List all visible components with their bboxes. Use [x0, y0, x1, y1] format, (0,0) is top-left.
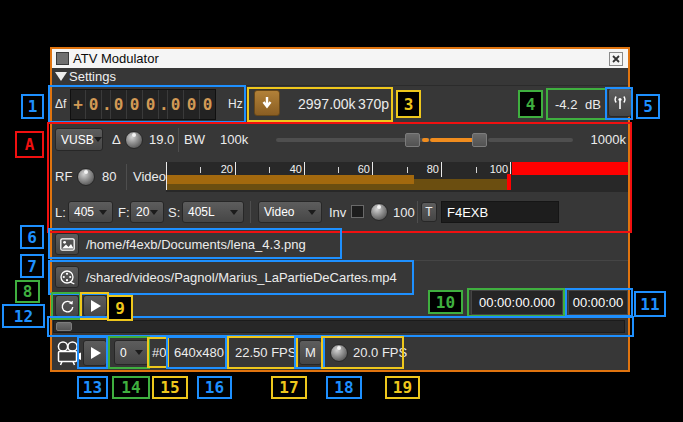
- input-source-value: Video: [264, 205, 294, 219]
- chevron-down-icon: [308, 210, 316, 215]
- modulation-row: VUSB Δ 19.0 BW 100k 1000k: [52, 124, 628, 158]
- callout-label-A: A: [15, 131, 44, 158]
- lines-label: L:: [55, 205, 66, 220]
- fps-label: F:: [118, 205, 130, 220]
- callout-label-15: 15: [152, 376, 188, 399]
- rf-power-dial[interactable]: [77, 168, 95, 186]
- loop-button[interactable]: [55, 295, 79, 317]
- frequency-sign[interactable]: +++: [71, 90, 86, 119]
- frequency-dial[interactable]: +++ 000 . 000 000 000 . 000 000 000: [70, 89, 216, 120]
- delta-dial[interactable]: [125, 131, 143, 149]
- frequency-separator: .: [102, 90, 111, 119]
- modulation-mode-select[interactable]: VUSB: [55, 128, 103, 151]
- video-path: /shared/videos/Pagnol/Marius_LaPartieDeC…: [86, 270, 397, 285]
- frequency-digit[interactable]: 000: [184, 90, 200, 119]
- fps-value: 20: [136, 205, 149, 219]
- transport-row: 00:00:00.000 00:00:00: [52, 290, 628, 317]
- chevron-down-icon: [135, 350, 143, 355]
- divider: [178, 128, 179, 152]
- loop-icon: [60, 299, 75, 314]
- callout-label-18: 18: [326, 376, 362, 399]
- play-video-button[interactable]: [83, 295, 107, 317]
- callout-label-6: 6: [20, 225, 44, 249]
- manual-fps-toggle-button[interactable]: M: [299, 340, 322, 365]
- seek-slider[interactable]: [53, 320, 625, 333]
- callout-label-19: 19: [385, 376, 420, 399]
- title-bar[interactable]: ATV Modulator: [52, 49, 628, 68]
- rf-label: RF: [55, 169, 72, 184]
- callout-label-13: 13: [77, 376, 108, 399]
- channel-downsample-button[interactable]: [254, 90, 280, 116]
- video-level-meter: 20 40 60 80 100: [166, 162, 628, 192]
- play-camera-button[interactable]: [83, 340, 107, 366]
- settings-bar[interactable]: Settings: [52, 68, 628, 86]
- overlay-text-input[interactable]: [441, 201, 559, 223]
- channel-power-unit: dB: [585, 97, 601, 112]
- down-arrow-icon: [261, 96, 273, 110]
- standard-row: L: 405 F: 20 S: 405L Video Inv 100 T: [52, 195, 628, 229]
- opp-bw-slider-handle[interactable]: [472, 133, 487, 147]
- callout-label-10: 10: [428, 290, 463, 314]
- meter-tick-label: 40: [276, 163, 302, 175]
- uniform-level-value: 100: [393, 205, 415, 220]
- close-icon[interactable]: [609, 52, 623, 66]
- camera-device-select[interactable]: 0: [114, 340, 149, 365]
- frequency-digit[interactable]: 000: [111, 90, 127, 119]
- invert-checkbox[interactable]: [351, 205, 364, 218]
- uniform-level-dial[interactable]: [370, 203, 388, 221]
- frequency-digit[interactable]: 000: [200, 90, 215, 119]
- modulation-mode-value: VUSB: [61, 133, 94, 147]
- callout-label-3: 3: [396, 90, 421, 118]
- callout-label-11: 11: [634, 291, 666, 317]
- frequency-digit[interactable]: 000: [127, 90, 143, 119]
- open-image-button[interactable]: [55, 233, 79, 255]
- chevron-down-icon: [150, 210, 158, 215]
- lines-value: 405: [74, 205, 94, 219]
- callout-label-16: 16: [197, 376, 232, 399]
- window-title: ATV Modulator: [73, 51, 159, 66]
- opp-bw-value: 1000k: [586, 132, 626, 147]
- camera-resolution: 640x480: [174, 345, 224, 360]
- divider: [417, 201, 418, 223]
- lines-select[interactable]: 405: [68, 201, 113, 223]
- seek-slider-handle[interactable]: [56, 322, 72, 331]
- manual-fps-dial[interactable]: [330, 344, 348, 362]
- fps-select[interactable]: 20: [130, 201, 164, 223]
- meter-peak-marker: [507, 174, 511, 190]
- window-icon: [56, 52, 69, 65]
- callout-label-5: 5: [636, 94, 660, 119]
- overlay-text-toggle-button[interactable]: T: [421, 202, 437, 222]
- delta-label: Δ: [112, 132, 121, 147]
- frequency-digit[interactable]: 000: [86, 90, 102, 119]
- frequency-digit[interactable]: 000: [143, 90, 159, 119]
- divider: [250, 201, 251, 223]
- standard-select[interactable]: 405L: [182, 201, 244, 223]
- meter-tick-label: 100: [482, 163, 508, 175]
- video-position-display: 00:00:00.000: [471, 290, 563, 315]
- camera-icon: [54, 340, 82, 366]
- meter-overload-zone: [512, 162, 628, 175]
- rf-power-value: 80: [102, 169, 116, 184]
- invert-label: Inv: [329, 205, 346, 220]
- rf-bw-slider-handle[interactable]: [405, 133, 420, 147]
- points-value: 370p: [358, 96, 389, 112]
- frequency-digit[interactable]: 000: [168, 90, 184, 119]
- camera-fps: 22.50 FPS: [235, 345, 296, 360]
- frequency-label: Δf: [55, 97, 66, 111]
- collapse-icon: [55, 72, 67, 81]
- divider: [126, 164, 127, 190]
- frequency-separator: .: [159, 90, 168, 119]
- open-video-button[interactable]: [55, 266, 79, 288]
- atv-modulator-window: ATV Modulator Settings Δf +++ 000 . 000 …: [50, 47, 630, 372]
- input-source-select[interactable]: Video: [258, 201, 322, 223]
- image-path: /home/f4exb/Documents/lena_4.3.png: [86, 237, 306, 252]
- camera-row: 0 #0 640x480 22.50 FPS M 20.0 FPS: [52, 336, 628, 370]
- standard-label: S:: [168, 205, 180, 220]
- callout-label-17: 17: [271, 376, 307, 399]
- callout-label-8: 8: [15, 280, 40, 303]
- seek-row: [52, 319, 628, 335]
- play-icon: [91, 300, 101, 312]
- tx-antenna-button[interactable]: [608, 88, 632, 117]
- camera-device-value: 0: [120, 346, 127, 360]
- meter-tick-label: 80: [413, 163, 439, 175]
